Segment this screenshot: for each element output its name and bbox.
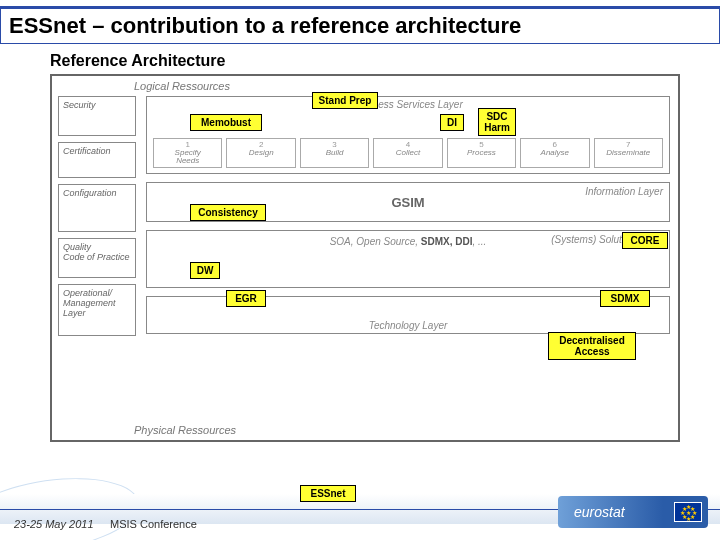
process-steps-row: 1Specify Needs2Design3Build4Collect5Proc… [153,138,663,168]
technology-layer-label: Technology Layer [369,320,448,331]
architecture-frame: Logical Ressources Physical Ressources S… [50,74,680,442]
tag-decentralised: Decentralised Access [548,332,636,360]
soa-strong: SDMX, DDI [421,236,473,247]
soa-suffix: , ... [472,236,486,247]
process-step: 2Design [226,138,295,168]
technology-layer: Technology Layer [146,296,670,334]
soa-prefix: SOA, Open Source, [330,236,421,247]
tag-sdc-harm: SDC Harm [478,108,516,136]
title-bar: ESSnet – contribution to a reference arc… [0,6,720,44]
operational-cell: Operational/ Management Layer [58,284,136,336]
reference-architecture-title: Reference Architecture [50,52,680,70]
certification-cell: Certification [58,142,136,178]
tag-egr: EGR [226,290,266,307]
business-services-layer: Business Services Layer 1Specify Needs2D… [146,96,670,174]
eurostat-logo: eurostat [558,496,708,528]
left-column: Security Certification Configuration Qua… [58,96,136,336]
tag-di: DI [440,114,464,131]
tag-dw: DW [190,262,220,279]
solution-layer: (Systems) Solution Layer SOA, Open Sourc… [146,230,670,288]
security-cell: Security [58,96,136,136]
soa-line: SOA, Open Source, SDMX, DDI, ... [147,236,669,247]
slide-title: ESSnet – contribution to a reference arc… [9,13,711,39]
logical-resources-label: Logical Ressources [134,80,230,92]
gsim-label: GSIM [391,195,424,210]
eu-flag-icon [674,502,702,522]
process-step: 1Specify Needs [153,138,222,168]
configuration-cell: Configuration [58,184,136,232]
footer-conference: MSIS Conference [110,518,197,530]
tag-core: CORE [622,232,668,249]
tag-stand-prep: Stand Prep [312,92,378,109]
tag-sdmx: SDMX [600,290,650,307]
tag-memobust: Memobust [190,114,262,131]
footer: ESSnet 23-25 May 2011 MSIS Conference eu… [0,494,720,540]
tag-consistency: Consistency [190,204,266,221]
diagram: Reference Architecture Logical Ressource… [50,52,680,442]
process-step: 3Build [300,138,369,168]
process-step: 6Analyse [520,138,589,168]
process-step: 4Collect [373,138,442,168]
quality-cell: Quality Code of Practice [58,238,136,278]
physical-resources-label: Physical Ressources [134,424,236,436]
tag-essnet: ESSnet [300,485,356,502]
footer-date: 23-25 May 2011 [14,518,94,530]
layers-area: Business Services Layer 1Specify Needs2D… [146,96,670,424]
eurostat-text: eurostat [574,504,625,520]
information-layer-label: Information Layer [585,186,663,197]
process-step: 5Process [447,138,516,168]
process-step: 7Disseminate [594,138,663,168]
